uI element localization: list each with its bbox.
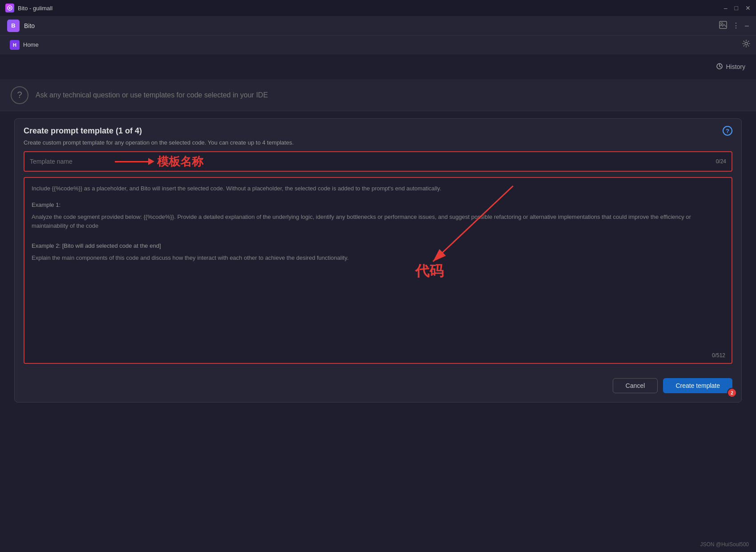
svg-point-4 <box>745 42 748 45</box>
example1-label: Example 1: <box>32 201 724 210</box>
home-tab[interactable]: H Home <box>5 37 43 52</box>
prompt-char-count: 0/512 <box>712 352 725 359</box>
template-name-count: 0/24 <box>716 158 726 165</box>
maximize-button[interactable]: □ <box>735 5 738 11</box>
prompt-textarea-area[interactable]: Include {{%code%}} as a placeholder, and… <box>24 177 732 364</box>
title-bar-controls: – □ ✕ <box>724 5 751 11</box>
close-button[interactable]: ✕ <box>745 5 751 11</box>
app-header-icons: ⋮ – <box>719 21 749 31</box>
template-name-section: 0/24 模板名称 <box>24 151 732 172</box>
svg-rect-2 <box>720 21 727 28</box>
history-label: History <box>726 63 745 70</box>
minimize-button[interactable]: – <box>724 5 728 11</box>
dialog-subtitle: Create custom prompt template for any op… <box>15 139 741 151</box>
app-header-left: B Bito <box>7 20 35 32</box>
app-minimize-btn[interactable]: – <box>745 22 749 30</box>
example2-label: Example 2: [Bito will add selected code … <box>32 242 724 251</box>
dialog-container: Create prompt template (1 of 4) ? Create… <box>0 111 756 410</box>
picture-icon-btn[interactable] <box>719 21 727 31</box>
cancel-button[interactable]: Cancel <box>613 378 658 393</box>
create-badge: 2 <box>727 388 737 398</box>
home-tab-label: Home <box>23 41 39 48</box>
svg-rect-3 <box>721 23 723 24</box>
ask-placeholder-text: Ask any technical question or use templa… <box>36 91 268 99</box>
svg-point-1 <box>9 7 11 9</box>
create-template-dialog: Create prompt template (1 of 4) ? Create… <box>14 118 742 403</box>
dialog-footer: Cancel Create template 2 <box>15 371 741 402</box>
create-template-button[interactable]: Create template 2 <box>663 378 732 393</box>
bito-logo: B <box>7 20 20 32</box>
title-bar-left: Bito - gulimall <box>5 4 53 12</box>
example1-text: Analyze the code segment provided below:… <box>32 213 724 231</box>
history-button[interactable]: History <box>716 63 745 71</box>
prompt-hint-text: Include {{%code%}} as a placeholder, and… <box>32 184 724 193</box>
dialog-body: 0/24 模板名称 Include {{%code%}} as a placeh… <box>15 151 741 371</box>
template-name-input[interactable] <box>30 158 712 165</box>
history-icon <box>716 63 723 71</box>
prompt-area-section: Include {{%code%}} as a placeholder, and… <box>24 177 732 364</box>
nav-bar: H Home <box>0 36 756 54</box>
template-name-field[interactable]: 0/24 <box>24 151 732 172</box>
app-name-label: Bito <box>24 22 35 29</box>
ask-bar: ? Ask any technical question or use temp… <box>0 79 756 111</box>
example2-text: Explain the main components of this code… <box>32 254 724 263</box>
app-header: B Bito ⋮ – <box>0 16 756 36</box>
nav-right <box>742 39 751 50</box>
title-bar-title: Bito - gulimall <box>18 5 53 12</box>
nav-avatar: H <box>10 40 20 50</box>
more-icon-btn[interactable]: ⋮ <box>732 21 740 30</box>
ask-icon: ? <box>11 86 28 104</box>
watermark: JSON @HuiSoul500 <box>700 541 749 548</box>
create-template-label: Create template <box>675 382 720 389</box>
settings-icon-btn[interactable] <box>742 39 751 50</box>
help-question-mark: ? <box>726 128 729 134</box>
dialog-help-icon[interactable]: ? <box>723 126 732 136</box>
app-logo-small <box>5 4 14 12</box>
title-bar: Bito - gulimall – □ ✕ <box>0 0 756 16</box>
dialog-title: Create prompt template (1 of 4) <box>24 126 142 136</box>
dialog-header: Create prompt template (1 of 4) ? <box>15 119 741 139</box>
history-bar: History <box>0 54 756 79</box>
